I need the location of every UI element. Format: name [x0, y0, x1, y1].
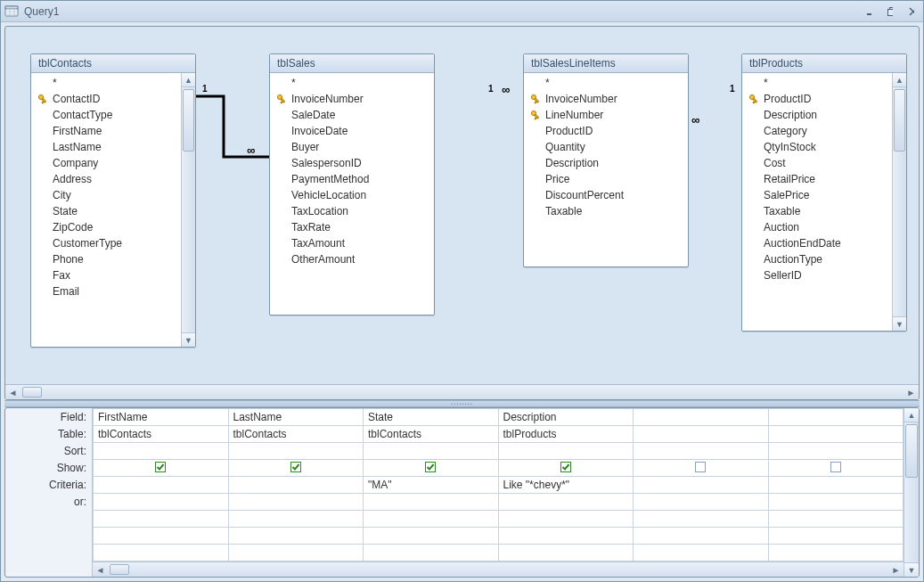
- relationship-hscroll[interactable]: ◄ ►: [5, 384, 919, 399]
- grid-cell[interactable]: [364, 545, 499, 562]
- grid-cell[interactable]: [634, 545, 769, 562]
- field-item[interactable]: ProductID: [524, 123, 688, 139]
- table-window[interactable]: tblSalesLineItems*InvoiceNumberLineNumbe…: [523, 53, 689, 267]
- field-item[interactable]: CustomerType: [31, 235, 181, 251]
- field-item[interactable]: InvoiceNumber: [270, 91, 434, 107]
- field-item[interactable]: Company: [31, 155, 181, 171]
- pane-splitter[interactable]: ••••••••: [4, 400, 920, 407]
- relationship-pane[interactable]: 1 ∞ 1 ∞ ∞ 1 ◄ ► tblContacts*ContactIDCon…: [4, 26, 920, 400]
- grid-cell[interactable]: [768, 494, 904, 511]
- checkbox-icon[interactable]: [830, 462, 841, 472]
- field-item[interactable]: Buyer: [270, 139, 434, 155]
- grid-cell[interactable]: Description: [498, 409, 634, 426]
- grid-cell[interactable]: [768, 409, 904, 426]
- table-window[interactable]: tblProducts*ProductIDDescriptionCategory…: [741, 53, 907, 332]
- grid-cell[interactable]: [768, 477, 904, 494]
- field-item[interactable]: TaxLocation: [270, 203, 434, 219]
- field-item[interactable]: DiscountPercent: [524, 187, 688, 203]
- scroll-right-icon[interactable]: ►: [888, 562, 904, 578]
- field-item[interactable]: InvoiceNumber: [524, 91, 688, 107]
- design-grid[interactable]: FirstNameLastNameStateDescriptiontblCont…: [93, 408, 904, 562]
- grid-cell[interactable]: [94, 528, 229, 545]
- grid-cell[interactable]: [498, 528, 634, 545]
- field-item[interactable]: RetailPrice: [742, 171, 892, 187]
- grid-cell[interactable]: [768, 443, 904, 460]
- field-item[interactable]: Phone: [31, 251, 181, 267]
- checkbox-icon[interactable]: [290, 462, 301, 472]
- field-item[interactable]: TaxAmount: [270, 235, 434, 251]
- field-item[interactable]: Category: [742, 123, 892, 139]
- field-list[interactable]: *ContactIDContactTypeFirstNameLastNameCo…: [31, 73, 181, 347]
- field-item[interactable]: Price: [524, 171, 688, 187]
- minimize-button[interactable]: [861, 4, 877, 19]
- grid-cell[interactable]: [634, 528, 769, 545]
- table-title[interactable]: tblContacts: [31, 54, 195, 73]
- field-item[interactable]: Auction: [742, 219, 892, 235]
- grid-cell[interactable]: Like "*chevy*": [498, 477, 634, 494]
- grid-cell[interactable]: [94, 494, 229, 511]
- show-checkbox-cell[interactable]: [364, 460, 499, 477]
- scroll-left-icon[interactable]: ◄: [5, 385, 20, 400]
- grid-cell[interactable]: State: [364, 409, 499, 426]
- grid-cell[interactable]: [228, 528, 364, 545]
- grid-cell[interactable]: [228, 443, 364, 460]
- field-item[interactable]: Email: [31, 283, 181, 299]
- table-vscroll[interactable]: ▲▼: [181, 73, 195, 347]
- show-checkbox-cell[interactable]: [634, 460, 769, 477]
- field-item[interactable]: SalePrice: [742, 187, 892, 203]
- field-item[interactable]: SellerID: [742, 267, 892, 283]
- titlebar[interactable]: Query1: [1, 1, 923, 22]
- field-item[interactable]: InvoiceDate: [270, 123, 434, 139]
- grid-cell[interactable]: [364, 494, 499, 511]
- grid-cell[interactable]: [228, 494, 364, 511]
- restore-button[interactable]: [882, 4, 898, 19]
- grid-cell[interactable]: [228, 477, 364, 494]
- field-list[interactable]: *InvoiceNumberLineNumberProductIDQuantit…: [524, 73, 688, 266]
- show-checkbox-cell[interactable]: [768, 460, 904, 477]
- grid-cell[interactable]: "MA": [364, 477, 499, 494]
- table-title[interactable]: tblSalesLineItems: [524, 54, 688, 73]
- field-item[interactable]: AuctionEndDate: [742, 235, 892, 251]
- field-item[interactable]: ZipCode: [31, 219, 181, 235]
- grid-cell[interactable]: tblContacts: [364, 426, 499, 443]
- grid-cell[interactable]: [94, 477, 229, 494]
- field-item[interactable]: Description: [524, 155, 688, 171]
- scroll-down-icon[interactable]: ▼: [182, 332, 195, 347]
- field-item[interactable]: TaxRate: [270, 219, 434, 235]
- checkbox-icon[interactable]: [425, 462, 436, 472]
- grid-cell[interactable]: tblProducts: [498, 426, 634, 443]
- field-item[interactable]: QtyInStock: [742, 139, 892, 155]
- field-item[interactable]: Fax: [31, 267, 181, 283]
- grid-cell[interactable]: [498, 443, 634, 460]
- field-item[interactable]: *: [742, 75, 892, 91]
- field-item[interactable]: ContactID: [31, 91, 181, 107]
- show-checkbox-cell[interactable]: [498, 460, 634, 477]
- field-item[interactable]: Cost: [742, 155, 892, 171]
- grid-cell[interactable]: [768, 545, 904, 562]
- grid-cell[interactable]: [634, 477, 769, 494]
- field-item[interactable]: ContactType: [31, 107, 181, 123]
- field-list[interactable]: *ProductIDDescriptionCategoryQtyInStockC…: [742, 73, 892, 331]
- grid-vscroll[interactable]: ▲ ▼: [904, 408, 919, 577]
- table-vscroll[interactable]: ▲▼: [892, 73, 906, 331]
- scroll-right-icon[interactable]: ►: [904, 385, 919, 400]
- grid-cell[interactable]: [768, 528, 904, 545]
- table-window[interactable]: tblContacts*ContactIDContactTypeFirstNam…: [30, 53, 196, 348]
- scroll-up-icon[interactable]: ▲: [893, 73, 906, 87]
- grid-cell[interactable]: [634, 443, 769, 460]
- field-item[interactable]: Description: [742, 107, 892, 123]
- grid-cell[interactable]: LastName: [228, 409, 364, 426]
- grid-cell[interactable]: tblContacts: [228, 426, 364, 443]
- grid-cell[interactable]: [498, 511, 634, 528]
- field-item[interactable]: City: [31, 187, 181, 203]
- field-item[interactable]: PaymentMethod: [270, 171, 434, 187]
- checkbox-icon[interactable]: [695, 462, 706, 472]
- grid-cell[interactable]: [498, 494, 634, 511]
- table-title[interactable]: tblSales: [270, 54, 434, 73]
- checkbox-icon[interactable]: [560, 462, 571, 472]
- grid-cell[interactable]: [768, 426, 904, 443]
- checkbox-icon[interactable]: [155, 462, 166, 472]
- grid-cell[interactable]: [94, 545, 229, 562]
- show-checkbox-cell[interactable]: [94, 460, 229, 477]
- grid-hscroll[interactable]: ◄ ►: [93, 562, 904, 577]
